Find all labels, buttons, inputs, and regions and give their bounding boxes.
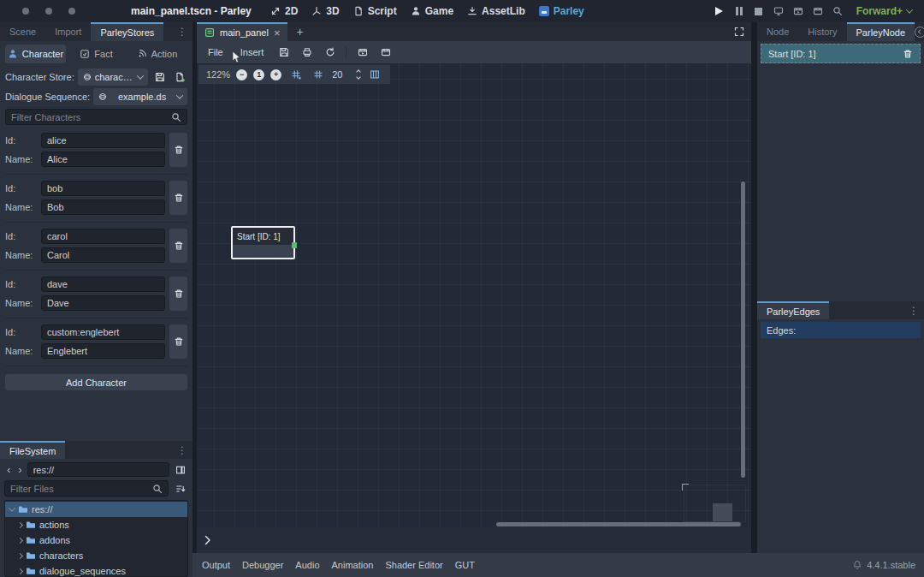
screen-game[interactable]: Game <box>411 5 453 17</box>
zoom-out-button[interactable]: − <box>236 69 247 80</box>
save-store-button[interactable] <box>151 69 168 86</box>
stop-button[interactable] <box>753 5 765 17</box>
filter-characters-input[interactable] <box>11 112 171 122</box>
bottom-tab-gut[interactable]: GUT <box>455 560 475 570</box>
file-sort-button[interactable] <box>172 480 188 497</box>
character-name-input[interactable] <box>47 250 159 260</box>
store-tab-fact[interactable]: Fact <box>66 45 127 63</box>
character-id-input[interactable] <box>47 183 159 193</box>
screen-3d[interactable]: 3D <box>311 5 339 17</box>
tree-item-characters[interactable]: characters <box>5 548 187 563</box>
expand-icon[interactable] <box>17 521 23 527</box>
refresh-button[interactable] <box>322 45 338 61</box>
parleyedges-menu-button[interactable]: ⋮ <box>903 301 924 319</box>
tab-filesystem[interactable]: FileSystem <box>0 441 65 459</box>
screen-parley[interactable]: Parley <box>539 5 584 17</box>
expand-icon[interactable] <box>17 568 23 574</box>
test-dialogue-button[interactable] <box>354 45 370 61</box>
snap-toggle-button[interactable] <box>287 67 304 83</box>
tab-parleystores[interactable]: ParleyStores <box>91 22 163 41</box>
toggle-split-mode-button[interactable] <box>172 461 188 478</box>
character-name-input[interactable] <box>47 202 159 212</box>
bottom-tab-output[interactable]: Output <box>202 560 230 570</box>
dialogue-sequence-dropdown[interactable]: example.ds <box>93 88 187 105</box>
character-id-input[interactable] <box>47 279 159 289</box>
test-scene-button[interactable] <box>377 45 394 61</box>
tab-parleyedges[interactable]: ParleyEdges <box>757 301 829 319</box>
delete-character-button[interactable] <box>169 181 187 215</box>
left-dock-menu-button[interactable]: ⋮ <box>172 22 192 41</box>
window-zoom-button[interactable] <box>68 8 75 15</box>
expand-icon[interactable] <box>17 552 23 558</box>
tab-import[interactable]: Import <box>45 22 91 41</box>
horizontal-scrollbar[interactable] <box>496 522 741 526</box>
profiler-button[interactable] <box>832 5 844 17</box>
window-controls[interactable] <box>22 8 92 15</box>
tab-history[interactable]: History <box>798 22 846 41</box>
graph-canvas[interactable]: 122% − 1 + 20 Start [ID: 1] <box>197 63 751 527</box>
current-path-field[interactable] <box>27 462 169 477</box>
screen-assetlib[interactable]: AssetLib <box>467 5 525 17</box>
new-scene-tab-button[interactable]: + <box>287 22 311 41</box>
delete-character-button[interactable] <box>169 133 187 167</box>
bottom-tab-debugger[interactable]: Debugger <box>242 560 283 570</box>
window-close-button[interactable] <box>22 8 29 15</box>
tree-item-res[interactable]: res:// <box>5 502 187 517</box>
grid-toggle-button[interactable] <box>310 67 326 83</box>
store-tab-character[interactable]: Character <box>5 45 66 63</box>
menu-file[interactable]: File <box>200 47 231 57</box>
bottom-tab-audio[interactable]: Audio <box>295 560 319 570</box>
tree-item-addons[interactable]: addons <box>5 532 187 548</box>
character-id-input[interactable] <box>47 231 159 241</box>
distraction-free-button[interactable] <box>734 22 744 41</box>
node-output-port[interactable] <box>292 242 297 248</box>
scene-tab-main-panel[interactable]: main_panel × <box>197 22 287 41</box>
tab-scene[interactable]: Scene <box>0 22 45 41</box>
screen-2d[interactable]: 2D <box>270 5 298 17</box>
pause-button[interactable] <box>733 5 745 17</box>
delete-character-button[interactable] <box>169 229 187 263</box>
store-tab-action[interactable]: Action <box>127 45 187 63</box>
expand-panel-button[interactable] <box>204 535 211 545</box>
filter-files-input[interactable] <box>10 484 152 494</box>
bottom-tab-shader-editor[interactable]: Shader Editor <box>385 560 442 570</box>
vertical-scrollbar[interactable] <box>741 181 745 478</box>
screen-script[interactable]: Script <box>353 5 397 17</box>
selected-node-bar[interactable]: Start [ID: 1] <box>761 44 921 63</box>
filter-characters-box[interactable] <box>5 109 187 125</box>
bottom-tab-animation[interactable]: Animation <box>332 560 374 570</box>
window-minimize-button[interactable] <box>45 8 52 15</box>
new-store-button[interactable] <box>171 69 187 86</box>
character-store-dropdown[interactable]: character_st <box>78 68 148 86</box>
character-name-input[interactable] <box>47 346 159 356</box>
close-icon[interactable]: × <box>274 27 281 39</box>
character-id-input[interactable] <box>47 327 159 337</box>
zoom-reset-button[interactable]: 1 <box>253 69 264 80</box>
zoom-in-button[interactable]: + <box>270 69 281 80</box>
filter-files-box[interactable] <box>4 480 169 497</box>
history-forward-button[interactable]: › <box>15 464 24 475</box>
character-id-input[interactable] <box>47 135 159 146</box>
filesystem-menu-button[interactable]: ⋮ <box>172 441 192 459</box>
save-sequence-button[interactable] <box>275 45 292 61</box>
minimap-view-rect[interactable] <box>713 503 732 521</box>
character-name-input[interactable] <box>47 298 159 308</box>
run-movie-button[interactable] <box>792 5 804 17</box>
play-button[interactable] <box>714 5 726 17</box>
graph-node-start[interactable]: Start [ID: 1] <box>231 226 295 259</box>
trash-icon[interactable] <box>903 49 913 59</box>
character-name-input[interactable] <box>47 154 159 164</box>
minimap-toggle-button[interactable] <box>366 67 382 83</box>
tree-item-actions[interactable]: actions <box>5 517 187 532</box>
tree-item-dialogue-sequences[interactable]: dialogue_sequences <box>5 563 187 577</box>
add-character-button[interactable]: Add Character <box>5 374 187 390</box>
tab-node[interactable]: Node <box>757 22 798 41</box>
expand-icon[interactable] <box>17 537 23 543</box>
tab-parleynode[interactable]: ParleyNode <box>847 22 915 41</box>
grid-size-spinner[interactable] <box>357 70 360 79</box>
renderer-selector[interactable]: Forward+ <box>856 5 912 17</box>
movie-maker-button[interactable] <box>812 5 824 17</box>
current-path-input[interactable] <box>33 465 163 475</box>
export-button[interactable] <box>299 45 315 61</box>
delete-character-button[interactable] <box>169 324 187 359</box>
